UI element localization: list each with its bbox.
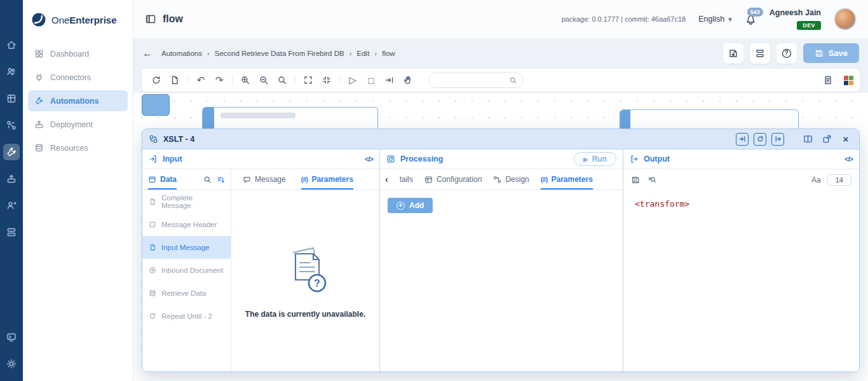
- user-block[interactable]: Agneesh Jain DEV: [770, 8, 821, 31]
- sidebar-item-connectors[interactable]: Connectors: [28, 67, 128, 88]
- run-play-icon: ▶: [583, 156, 588, 163]
- canvas-search-input[interactable]: [435, 76, 505, 84]
- settings-gear-icon[interactable]: [3, 356, 20, 372]
- reset-view-button[interactable]: [148, 72, 165, 88]
- save-button-label: Save: [829, 48, 848, 58]
- input-item-input-message[interactable]: Input Message: [142, 236, 231, 259]
- flow-toolbar: ↶ ↷ ▷ □: [142, 69, 860, 92]
- parameters-icon: (#): [541, 176, 548, 183]
- tab-label: tails: [400, 175, 413, 184]
- fullscreen-button[interactable]: [300, 72, 316, 88]
- run-flow-button[interactable]: ▷: [344, 72, 361, 88]
- input-item-complete-message[interactable]: Complete Message: [142, 190, 231, 213]
- tab-details[interactable]: tails: [400, 169, 413, 190]
- tab-parameters-processing[interactable]: (#) Parameters: [541, 169, 593, 190]
- parameters-icon: (#): [301, 176, 308, 183]
- data-tab-label: Data: [160, 175, 177, 184]
- open-in-new-icon: [822, 134, 832, 144]
- export-flow-button[interactable]: [723, 43, 743, 64]
- split-view-button[interactable]: [801, 133, 815, 146]
- data-search-icon[interactable]: [203, 176, 212, 184]
- document-button[interactable]: [166, 72, 183, 88]
- font-size-selector[interactable]: 14: [827, 174, 851, 186]
- step-output-button[interactable]: [771, 133, 784, 146]
- breadcrumb-item[interactable]: Edit: [357, 50, 370, 57]
- legend-button[interactable]: [844, 76, 853, 85]
- sidebar-item-resources[interactable]: Resources: [28, 137, 128, 158]
- tab-design[interactable]: Design: [493, 169, 529, 190]
- user-avatar[interactable]: [834, 8, 857, 31]
- flow-canvas[interactable]: XSLT - 4 ×: [133, 93, 868, 381]
- users-icon[interactable]: [3, 64, 20, 80]
- help-button[interactable]: ?: [776, 43, 797, 64]
- run-button[interactable]: ▶ Run: [574, 152, 616, 166]
- layout-button[interactable]: [750, 43, 770, 64]
- design-icon: [493, 176, 501, 184]
- input-panel: Input </> Data: [142, 149, 380, 371]
- output-toolbar: Aa 14: [623, 169, 859, 190]
- sidebar-item-label: Automations: [50, 97, 98, 106]
- tab-configuration[interactable]: Configuration: [424, 169, 482, 190]
- attach-button[interactable]: [381, 72, 398, 88]
- language-selector[interactable]: English ▾: [698, 15, 732, 24]
- save-output-icon[interactable]: [631, 176, 640, 184]
- expand-icon: [303, 75, 313, 85]
- zoom-out-button[interactable]: [255, 72, 272, 88]
- notification-bell[interactable]: 543: [745, 13, 757, 25]
- tab-data[interactable]: Data: [148, 169, 177, 190]
- breadcrumb-actions: ? Save: [723, 43, 859, 64]
- save-button[interactable]: Save: [803, 43, 859, 63]
- redo-button[interactable]: ↷: [211, 72, 227, 88]
- console-icon[interactable]: [3, 329, 20, 345]
- input-item-message-header[interactable]: Message Header: [142, 213, 231, 236]
- data-sort-icon[interactable]: [217, 176, 225, 184]
- flow-node[interactable]: [142, 94, 170, 116]
- output-icon: [630, 155, 639, 163]
- tab-message[interactable]: Message: [243, 169, 286, 190]
- popout-button[interactable]: [820, 133, 834, 146]
- output-code-area[interactable]: <transform>: [623, 190, 859, 371]
- input-panel-header: Input </>: [142, 149, 379, 169]
- find-in-output-icon[interactable]: [648, 176, 656, 184]
- zoom-reset-button[interactable]: [274, 72, 290, 88]
- file-icon: [170, 75, 180, 85]
- dashboard-icon: [34, 49, 44, 59]
- sidebar-item-dashboard[interactable]: Dashboard: [28, 43, 128, 64]
- integrations-icon[interactable]: [3, 117, 20, 134]
- tab-parameters[interactable]: (#) Parameters: [301, 169, 353, 190]
- automations-icon[interactable]: [3, 144, 20, 160]
- apps-icon[interactable]: [3, 90, 20, 107]
- step-input-button[interactable]: [736, 133, 749, 146]
- input-item-retrieve-data[interactable]: Retrieve Data: [142, 282, 231, 305]
- font-toggle[interactable]: Aa: [811, 176, 821, 184]
- input-item-inbound-document[interactable]: Inbound Document: [142, 259, 231, 282]
- tabs-scroll-left[interactable]: ‹: [385, 174, 388, 184]
- chevron-down-icon: ▾: [728, 15, 732, 24]
- sidebar-item-automations[interactable]: Automations: [28, 90, 128, 111]
- home-icon[interactable]: [3, 37, 20, 53]
- code-view-icon[interactable]: </>: [365, 155, 373, 163]
- resources-icon[interactable]: [3, 224, 20, 240]
- zoom-in-button[interactable]: [237, 72, 254, 88]
- brand-logo[interactable]: OneEnterprise: [23, 0, 133, 41]
- breadcrumb-item[interactable]: Automations: [161, 50, 202, 57]
- pan-button[interactable]: [400, 72, 416, 88]
- panel-toggle-icon[interactable]: [145, 13, 156, 25]
- add-parameter-button[interactable]: + Add: [388, 198, 433, 213]
- input-panel-title: Input: [163, 155, 182, 163]
- input-item-repeat-until[interactable]: Repeat Until - 2: [142, 305, 231, 328]
- xslt-step-modal: XSLT - 4 ×: [142, 128, 860, 372]
- deployments-icon[interactable]: [3, 170, 20, 187]
- report-button[interactable]: [820, 72, 836, 88]
- fit-view-button[interactable]: [318, 72, 335, 88]
- back-arrow-icon[interactable]: ←: [142, 48, 153, 59]
- close-modal-button[interactable]: ×: [839, 133, 853, 146]
- stop-flow-button[interactable]: □: [363, 72, 379, 88]
- breadcrumb-item[interactable]: Second Retrieve Data From Firebird DB: [215, 50, 344, 57]
- undo-button[interactable]: ↶: [193, 72, 209, 88]
- refresh-step-button[interactable]: [754, 133, 766, 146]
- tab-label: Parameters: [552, 175, 593, 184]
- team-icon[interactable]: [3, 197, 20, 214]
- code-view-icon[interactable]: </>: [844, 155, 853, 163]
- sidebar-item-deployment[interactable]: Deployment: [28, 114, 128, 135]
